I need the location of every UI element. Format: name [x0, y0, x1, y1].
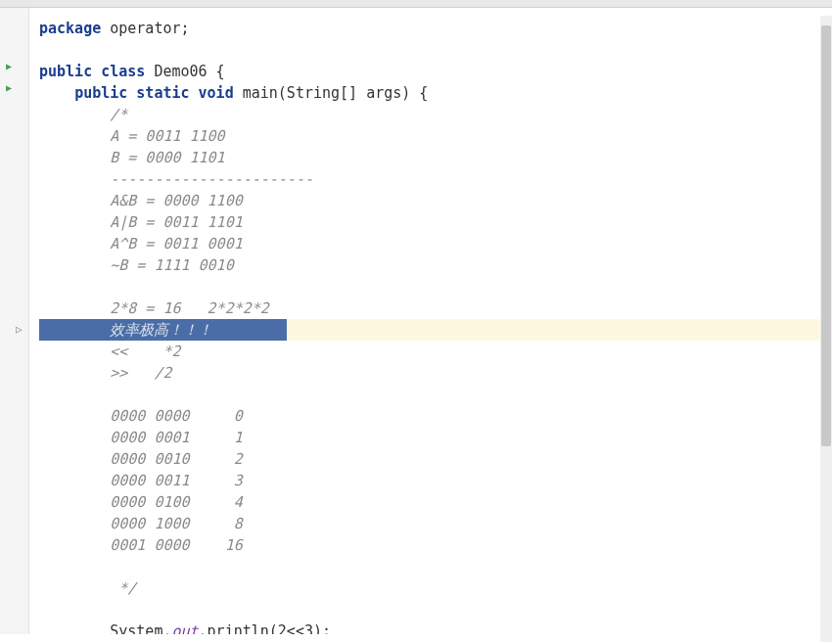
scrollbar-thumb[interactable]: [821, 25, 831, 446]
code-line[interactable]: 2*8 = 16 2*2*2*2: [39, 298, 832, 319]
code-line[interactable]: System.out.println(2<<3);: [39, 621, 832, 634]
comment: 0000 0010 2: [39, 450, 243, 468]
code-line[interactable]: 0000 0100 4: [39, 491, 832, 513]
code-line[interactable]: [39, 384, 832, 405]
cursor-icon: ▷: [16, 323, 23, 336]
static-field: out: [171, 622, 198, 634]
code-line[interactable]: package operator;: [39, 18, 832, 39]
keyword-static: static: [136, 84, 189, 102]
code-line[interactable]: A = 0011 1100: [39, 125, 832, 147]
highlighted-line[interactable]: 效率极高！！！: [39, 319, 832, 341]
fold-region[interactable]: [29, 8, 39, 634]
keyword-public: public: [39, 63, 92, 80]
comment: 0000 0001 1: [39, 429, 243, 446]
code-text: main(String[] args) {: [234, 84, 429, 102]
comment: */: [39, 579, 136, 597]
comment: B = 0000 1101: [39, 149, 225, 166]
tab-bar: [0, 0, 832, 8]
run-icon[interactable]: ▶: [6, 82, 12, 93]
code-line[interactable]: 0001 0000 16: [39, 534, 832, 556]
comment: A&B = 0000 1100: [39, 192, 243, 209]
code-line[interactable]: 0000 0010 2: [39, 448, 832, 470]
code-line[interactable]: 0000 0001 1: [39, 427, 832, 448]
code-line[interactable]: */: [39, 577, 832, 599]
keyword-public: public: [74, 84, 127, 102]
comment: /*: [39, 106, 127, 123]
comment: A|B = 0011 1101: [39, 213, 243, 231]
comment: -----------------------: [39, 170, 313, 188]
code-line[interactable]: A&B = 0000 1100: [39, 190, 832, 211]
run-icon[interactable]: ▶: [6, 61, 12, 71]
code-line[interactable]: 0000 0011 3: [39, 470, 832, 491]
keyword-class: class: [101, 63, 145, 80]
comment: ~B = 1111 0010: [39, 256, 234, 274]
code-line[interactable]: B = 0000 1101: [39, 147, 832, 168]
keyword-void: void: [199, 84, 234, 102]
code-line[interactable]: 0000 0000 0: [39, 405, 832, 427]
gutter[interactable]: ▶ ▶ ▷: [0, 8, 29, 634]
comment: 0000 0000 0: [39, 407, 243, 425]
code-line[interactable]: public class Demo06 {: [39, 61, 832, 82]
code-line[interactable]: ~B = 1111 0010: [39, 254, 832, 276]
comment: 效率极高！！！: [39, 321, 212, 339]
scrollbar-track[interactable]: [820, 16, 832, 642]
code-line[interactable]: [39, 276, 832, 298]
comment: >> /2: [39, 364, 171, 382]
code-line[interactable]: A|B = 0011 1101: [39, 211, 832, 233]
code-line[interactable]: -----------------------: [39, 168, 832, 190]
comment: << *2: [39, 343, 181, 360]
code-line[interactable]: [39, 556, 832, 577]
comment: 0001 0000 16: [39, 536, 243, 554]
comment: A^B = 0011 0001: [39, 235, 243, 253]
code-line[interactable]: << *2: [39, 341, 832, 362]
comment: 0000 1000 8: [39, 515, 243, 532]
code-text: [92, 63, 101, 80]
comment: 0000 0011 3: [39, 472, 243, 489]
code-text: Demo06 {: [145, 63, 224, 80]
comment: A = 0011 1100: [39, 127, 225, 145]
comment: 0000 0100 4: [39, 493, 243, 511]
code-text: System.: [39, 622, 171, 634]
editor-area: ▶ ▶ ▷ package operator; public class Dem…: [0, 8, 832, 634]
code-editor[interactable]: package operator; public class Demo06 { …: [39, 8, 832, 634]
code-line[interactable]: /*: [39, 104, 832, 125]
code-text: operator;: [101, 20, 189, 37]
comment: 2*8 = 16 2*2*2*2: [39, 299, 269, 317]
code-line[interactable]: [39, 39, 832, 61]
code-text: .println(2<<3);: [199, 622, 331, 634]
code-line[interactable]: A^B = 0011 0001: [39, 233, 832, 254]
code-line[interactable]: [39, 599, 832, 621]
code-line[interactable]: public static void main(String[] args) {: [39, 82, 832, 104]
code-line[interactable]: >> /2: [39, 362, 832, 384]
code-line[interactable]: 0000 1000 8: [39, 513, 832, 534]
keyword-package: package: [39, 20, 101, 37]
